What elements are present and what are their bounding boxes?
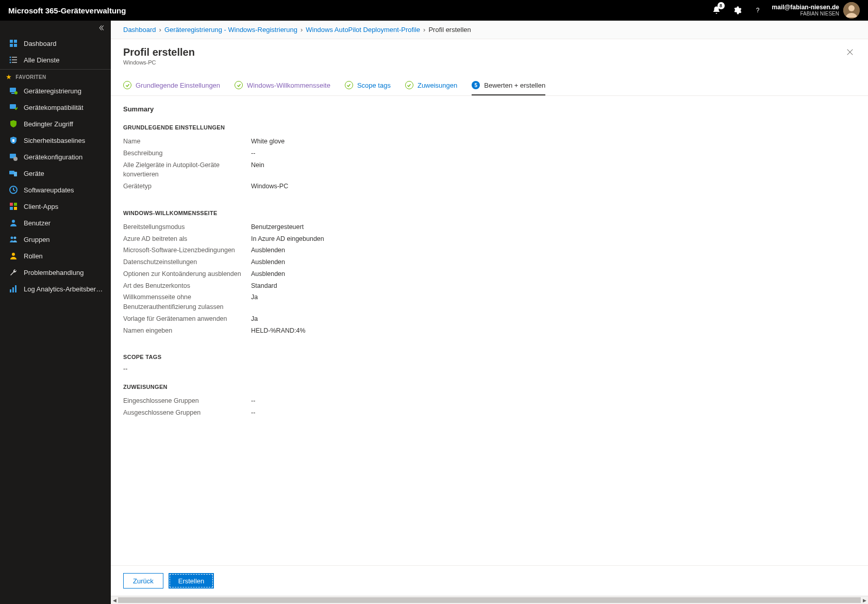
summary-row: Ausgeschlossene Gruppen-- [123, 407, 856, 419]
tab-scope-tags[interactable]: Scope tags [345, 76, 391, 95]
sidebar-item-roles[interactable]: Rollen [0, 248, 111, 264]
svg-rect-17 [12, 139, 14, 142]
scroll-right-icon: ▶ [861, 596, 868, 604]
create-button[interactable]: Erstellen [169, 573, 214, 589]
svg-point-7 [10, 57, 11, 58]
sidebar-item-client-apps[interactable]: Client-Apps [0, 198, 111, 215]
favorites-label: FAVORITEN [15, 74, 46, 80]
sidebar-item-devices[interactable]: Geräte [0, 165, 111, 182]
settings-button[interactable] [727, 0, 747, 21]
row-value: In Azure AD eingebunden [251, 234, 324, 244]
notifications-button[interactable]: 8 [706, 0, 727, 21]
top-bar: Microsoft 365-Geräteverwaltung 8 ? mail@… [0, 0, 868, 21]
svg-rect-4 [14, 40, 17, 43]
breadcrumb-link[interactable]: Dashboard [123, 26, 156, 34]
summary-row: Azure AD beitreten alsIn Azure AD eingeb… [123, 233, 856, 245]
row-key: Azure AD beitreten als [123, 234, 251, 244]
sidebar-item-users[interactable]: Benutzer [0, 215, 111, 231]
svg-point-29 [14, 237, 16, 239]
notification-badge: 8 [717, 2, 725, 9]
sidebar-item-dashboard[interactable]: Dashboard [0, 35, 111, 52]
sidebar-item-device-configuration[interactable]: Gerätekonfiguration [0, 149, 111, 165]
sidebar-item-label: Sicherheitsbaselines [24, 137, 85, 144]
tab-review-create[interactable]: 5 Bewerten + erstellen [472, 76, 545, 95]
breadcrumb-link[interactable]: Geräteregistrierung - Windows-Registrier… [164, 26, 297, 34]
sidebar: Dashboard Alle Dienste ★ FAVORITEN Gerät… [0, 21, 111, 604]
tab-label: Windows-Willkommensseite [247, 81, 330, 89]
svg-rect-32 [12, 287, 14, 292]
svg-rect-14 [11, 93, 14, 94]
row-value: Windows-PC [251, 182, 288, 191]
row-key: Gerätetyp [123, 182, 251, 191]
summary-body: Summary GRUNDLEGENDE EINSTELLUNGEN NameW… [111, 96, 868, 565]
compliance-icon [9, 103, 18, 111]
row-key: Eingeschlossene Gruppen [123, 396, 251, 406]
tab-assignments[interactable]: Zuweisungen [405, 76, 457, 95]
svg-rect-5 [10, 44, 13, 47]
svg-point-28 [11, 237, 13, 239]
groups-icon [9, 235, 18, 243]
device-enroll-icon [9, 87, 18, 95]
svg-rect-8 [12, 57, 17, 58]
scroll-thumb[interactable] [118, 597, 861, 603]
row-key: Datenschutzeinstellungen [123, 257, 251, 267]
sidebar-item-label: Gruppen [24, 236, 50, 243]
help-button[interactable]: ? [747, 0, 768, 21]
summary-row: Vorlage für Gerätenamen anwendenJa [123, 313, 856, 325]
chevron-right-icon: › [159, 26, 161, 34]
sidebar-item-security-baselines[interactable]: Sicherheitsbaselines [0, 132, 111, 149]
sidebar-item-device-compliance[interactable]: Gerätekompatibilität [0, 99, 111, 116]
tab-label: Grundlegende Einstellungen [136, 81, 220, 89]
updates-icon [9, 186, 18, 194]
user-email: mail@fabian-niesen.de [772, 4, 839, 11]
content-area: Dashboard › Geräteregistrierung - Window… [111, 21, 868, 604]
summary-row: GerätetypWindows-PC [123, 181, 856, 192]
sidebar-item-label: Client-Apps [24, 203, 58, 210]
user-icon [9, 219, 18, 227]
back-button[interactable]: Zurück [123, 573, 163, 589]
row-value: Ja [251, 292, 258, 312]
sidebar-item-device-enrollment[interactable]: Geräteregistrierung [0, 83, 111, 99]
sidebar-item-label: Geräte [24, 170, 44, 177]
gear-icon [732, 6, 742, 15]
sidebar-item-log-analytics[interactable]: Log Analytics-Arbeitsbereic... [0, 281, 111, 297]
sidebar-item-software-updates[interactable]: Softwareupdates [0, 182, 111, 198]
sidebar-item-label: Problembehandlung [24, 269, 84, 276]
summary-row: Beschreibung-- [123, 148, 856, 159]
summary-row: NameWhite glove [123, 136, 856, 148]
sidebar-item-conditional-access[interactable]: Bedingter Zugriff [0, 116, 111, 132]
svg-rect-16 [10, 104, 16, 109]
row-value: Ausblenden [251, 269, 285, 279]
summary-row: Optionen zur Kontoänderung ausblendenAus… [123, 268, 856, 280]
svg-point-9 [10, 59, 11, 61]
chevron-right-icon: › [423, 26, 425, 34]
sidebar-item-label: Gerätekompatibilität [24, 104, 84, 111]
close-button[interactable] [844, 46, 856, 59]
sidebar-item-all-services[interactable]: Alle Dienste [0, 52, 111, 68]
sidebar-item-label: Benutzer [24, 219, 51, 227]
sidebar-item-label: Rollen [24, 252, 43, 260]
user-info[interactable]: mail@fabian-niesen.de FABIAN NIESEN [772, 4, 839, 17]
tab-basic-settings[interactable]: Grundlegende Einstellungen [123, 76, 220, 95]
horizontal-scrollbar[interactable]: ◀ ▶ [111, 596, 868, 604]
list-icon [9, 56, 18, 64]
check-icon [345, 81, 353, 89]
svg-rect-10 [12, 59, 17, 60]
avatar[interactable] [843, 2, 860, 19]
svg-rect-25 [10, 207, 13, 210]
row-value: White glove [251, 137, 285, 146]
check-icon [123, 81, 131, 89]
summary-row: DatenschutzeinstellungenAusblenden [123, 256, 856, 268]
sidebar-item-groups[interactable]: Gruppen [0, 231, 111, 248]
svg-rect-6 [14, 44, 17, 47]
sidebar-item-troubleshoot[interactable]: Problembehandlung [0, 264, 111, 281]
row-key: Name [123, 137, 251, 146]
breadcrumb-link[interactable]: Windows AutoPilot Deployment-Profile [306, 26, 420, 34]
scope-tags-value: -- [123, 365, 856, 372]
summary-row: Eingeschlossene Gruppen-- [123, 395, 856, 407]
tab-oobe[interactable]: Windows-Willkommensseite [235, 76, 330, 95]
sidebar-collapse-button[interactable] [0, 21, 111, 35]
shield-icon [9, 120, 18, 128]
section-title-scope: SCOPE TAGS [123, 354, 856, 360]
section-title-assignments: ZUWEISUNGEN [123, 384, 856, 390]
